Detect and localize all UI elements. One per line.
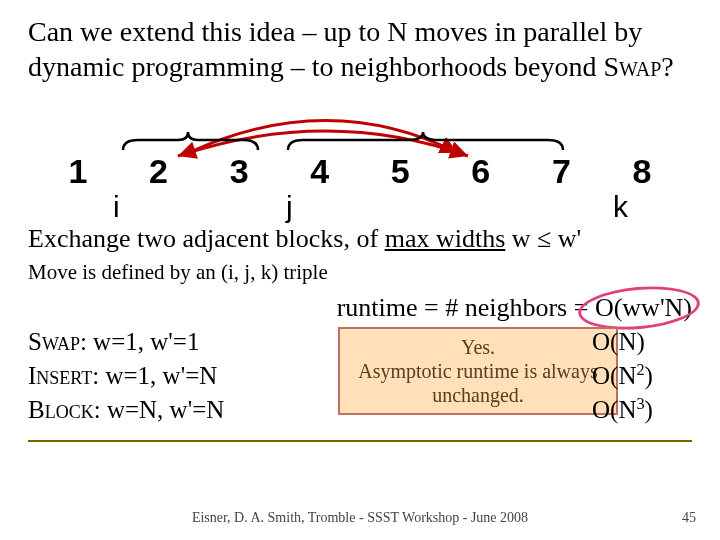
title-swap: Swap (603, 51, 661, 82)
callout-line1: Yes. (348, 335, 608, 359)
insert-vals: w=1, w'=N (99, 362, 217, 389)
num-1: 1 (58, 152, 98, 191)
title-q: ? (661, 51, 673, 82)
exchange-b: w ≤ w' (505, 224, 581, 253)
runtime-label: runtime = # neighbors = (337, 293, 589, 322)
num-5: 5 (380, 152, 420, 191)
block-vals: w=N, w'=N (101, 396, 225, 423)
row-insert: Insert: w=1, w'=N (28, 359, 328, 393)
row-swap: Swap: w=1, w'=1 (28, 325, 328, 359)
pointer-k: k (613, 190, 628, 224)
block-name: Block: (28, 396, 101, 423)
num-3: 3 (219, 152, 259, 191)
num-6: 6 (461, 152, 501, 191)
title-text: Can we extend this idea – up to N moves … (28, 16, 642, 82)
variants-bigo-col: O(N) O(N2) O(N3) (592, 325, 692, 426)
footer-citation: Eisner, D. A. Smith, Tromble - SSST Work… (0, 510, 720, 526)
divider (28, 440, 692, 442)
swap-name: Swap: (28, 328, 87, 355)
sequence-diagram: 1 2 3 4 5 6 7 8 i j k (28, 98, 692, 218)
num-4: 4 (300, 152, 340, 191)
pointer-i: i (113, 190, 120, 224)
exchange-u: max widths (385, 224, 506, 253)
num-8: 8 (622, 152, 662, 191)
insert-name: Insert: (28, 362, 99, 389)
num-7: 7 (541, 152, 581, 191)
variants-left-col: Swap: w=1, w'=1 Insert: w=1, w'=N Block:… (28, 325, 328, 426)
exchange-text: Exchange two adjacent blocks, of max wid… (28, 224, 692, 254)
bigo-swap: O(N) (592, 325, 692, 359)
page-number: 45 (682, 510, 696, 526)
row-block: Block: w=N, w'=N (28, 393, 328, 427)
callout-box: Yes. Asymptotic runtime is always unchan… (338, 327, 618, 415)
swap-vals: w=1, w'=1 (87, 328, 200, 355)
move-definition: Move is defined by an (i, j, k) triple (28, 260, 692, 285)
callout-line2: Asymptotic runtime is always unchanged. (348, 359, 608, 407)
bigo-insert: O(N2) (592, 359, 692, 393)
bigo-block: O(N3) (592, 393, 692, 427)
pointer-j: j (286, 190, 293, 224)
variants-table: Swap: w=1, w'=1 Insert: w=1, w'=N Block:… (28, 325, 692, 426)
runtime-header: runtime = # neighbors = O(ww'N) (28, 293, 692, 323)
slide-title: Can we extend this idea – up to N moves … (28, 14, 692, 84)
num-2: 2 (139, 152, 179, 191)
exchange-a: Exchange two adjacent blocks, of (28, 224, 385, 253)
sequence-numbers: 1 2 3 4 5 6 7 8 (58, 152, 662, 191)
